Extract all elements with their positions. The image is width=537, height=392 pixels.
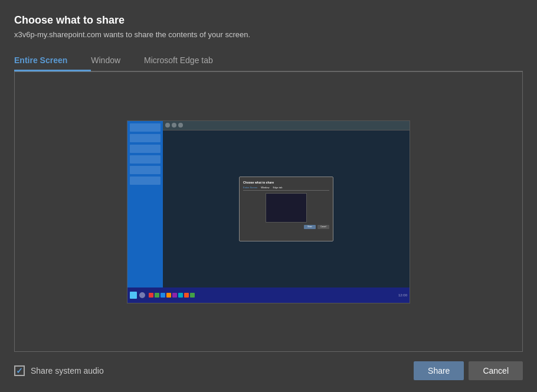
taskbar-search-icon [139, 292, 145, 298]
sidebar-item-5 [130, 166, 161, 174]
inner-share-btn: Share [304, 225, 316, 229]
checkmark-icon: ✓ [16, 367, 23, 375]
taskbar-apps [149, 293, 195, 298]
taskbar-app-6 [178, 293, 183, 298]
browser-content: Choose what to share Entire Screen Windo… [163, 130, 410, 288]
browser-btn-1 [165, 123, 170, 128]
inner-tab-1: Entire Screen [243, 186, 257, 189]
taskbar-app-4 [166, 293, 171, 298]
inner-tab-2: Window [261, 186, 269, 189]
taskbar-app-2 [155, 293, 159, 298]
inner-tab-3: Edge tab [273, 186, 282, 189]
inner-dialog-tabs: Entire Screen Window Edge tab [243, 186, 329, 191]
preview-browser: Choose what to share Entire Screen Windo… [163, 121, 410, 288]
inner-cancel-btn: Cancel [317, 225, 329, 229]
sidebar-item-2 [130, 134, 161, 142]
taskbar-app-5 [172, 293, 177, 298]
inner-btns: Share Cancel [243, 225, 329, 229]
taskbar-app-8 [190, 293, 195, 298]
audio-checkbox-wrapper[interactable]: ✓ Share system audio [14, 365, 104, 376]
taskbar-app-7 [184, 293, 189, 298]
browser-btn-2 [172, 123, 176, 128]
footer-buttons: Share Cancel [414, 361, 523, 380]
footer: ✓ Share system audio Share Cancel [14, 352, 523, 380]
inner-dialog: Choose what to share Entire Screen Windo… [239, 177, 333, 241]
inner-dialog-title: Choose what to share [243, 181, 329, 184]
preview-area: Choose what to share Entire Screen Windo… [14, 71, 523, 352]
sidebar-item-6 [130, 177, 161, 185]
taskbar: 12:00 [127, 288, 410, 303]
browser-toolbar [163, 121, 410, 130]
taskbar-app-1 [149, 293, 153, 298]
tab-window[interactable]: Window [91, 50, 144, 71]
preview-sidebar [127, 121, 163, 288]
taskbar-app-3 [161, 293, 165, 298]
tab-entire-screen[interactable]: Entire Screen [14, 50, 91, 71]
tab-bar: Entire Screen Window Microsoft Edge tab [14, 50, 523, 71]
dialog: Choose what to share x3v6p-my.sharepoint… [0, 0, 537, 392]
inner-preview-box [266, 193, 307, 223]
sidebar-item-3 [130, 145, 161, 153]
share-button[interactable]: Share [414, 361, 464, 380]
audio-checkbox-label: Share system audio [31, 366, 104, 375]
screen-preview[interactable]: Choose what to share Entire Screen Windo… [127, 120, 410, 303]
sidebar-item-1 [130, 123, 161, 132]
footer-left: ✓ Share system audio [14, 365, 104, 376]
taskbar-clock: 12:00 [398, 293, 407, 297]
cancel-button[interactable]: Cancel [469, 361, 523, 380]
browser-btn-3 [178, 123, 183, 128]
audio-checkbox[interactable]: ✓ [14, 365, 25, 376]
taskbar-start-icon [130, 292, 137, 299]
sidebar-item-4 [130, 155, 161, 164]
screen-inner: Choose what to share Entire Screen Windo… [127, 121, 410, 303]
dialog-subtitle: x3v6p-my.sharepoint.com wants to share t… [14, 30, 523, 39]
dialog-title: Choose what to share [14, 14, 523, 27]
tab-edge[interactable]: Microsoft Edge tab [144, 50, 237, 71]
